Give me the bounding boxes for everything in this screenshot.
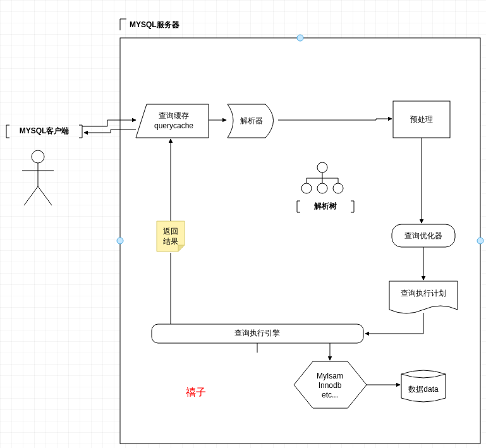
svg-point-0 (32, 150, 44, 163)
return-note[interactable]: 返回 结果 (157, 221, 185, 251)
svg-point-7 (317, 162, 327, 173)
client-label-frame: MYSQL客户端 (6, 125, 82, 138)
parser-text: 解析器 (240, 116, 263, 125)
return-note-text1: 返回 (163, 227, 178, 236)
optimizer-text: 查询优化器 (404, 231, 442, 240)
optimizer-node[interactable]: 查询优化器 (392, 224, 455, 247)
engine-text1: MyIsam (317, 372, 343, 380)
parse-tree-label: 解析树 (313, 202, 337, 210)
engine-text3: etc... (322, 390, 338, 399)
resize-handle-right[interactable] (477, 238, 483, 244)
query-cache-node[interactable]: 查询缓存 querycache (136, 104, 209, 138)
svg-point-14 (317, 183, 327, 193)
parser-node[interactable]: 解析器 (228, 104, 274, 138)
client-label: MYSQL客户端 (20, 126, 70, 135)
actor-icon (22, 150, 54, 205)
exec-plan-text: 查询执行计划 (401, 289, 446, 298)
data-node[interactable]: 数据data (401, 370, 446, 402)
svg-line-4 (38, 186, 52, 205)
svg-point-15 (333, 183, 343, 193)
server-frame-title: MYSQL服务器 (130, 20, 179, 29)
query-cache-text1: 查询缓存 (159, 111, 189, 120)
data-text: 数据data (408, 385, 439, 394)
watermark-text: 禧子 (186, 387, 206, 397)
resize-handle-top[interactable] (297, 35, 303, 41)
svg-point-13 (301, 183, 312, 193)
diagram-canvas[interactable]: MYSQL客户端 MYSQL服务器 查询缓存 querycache 解析器 预处… (0, 0, 486, 448)
resize-handle-left[interactable] (117, 238, 123, 244)
query-cache-text2: querycache (154, 121, 193, 130)
engine-text2: Innodb (319, 381, 342, 390)
preprocess-text: 预处理 (410, 115, 433, 124)
return-note-text2: 结果 (163, 237, 178, 246)
exec-engine-node[interactable]: 查询执行引擎 (152, 324, 363, 343)
exec-engine-text: 查询执行引擎 (234, 329, 280, 337)
svg-line-3 (24, 186, 38, 205)
preprocess-node[interactable]: 预处理 (393, 101, 450, 138)
